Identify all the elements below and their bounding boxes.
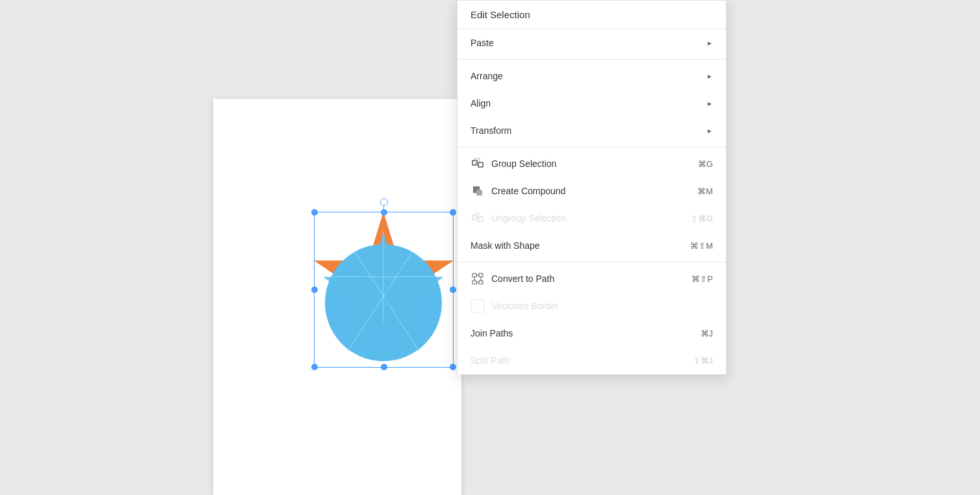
align-label: Align (471, 98, 706, 108)
rotation-handle[interactable] (380, 198, 388, 206)
handle-bottom-center[interactable] (381, 364, 387, 370)
join-paths-shortcut: ⌘J (701, 329, 714, 338)
menu-item-create-compound[interactable]: Create Compound ⌘M (458, 177, 726, 205)
edit-selection-label: Edit Selection (471, 9, 530, 20)
menu-item-transform[interactable]: Transform ► (458, 117, 726, 144)
canvas-page (213, 99, 461, 495)
menu-item-align[interactable]: Align ► (458, 90, 726, 117)
paste-label: Paste (471, 38, 706, 48)
svg-rect-16 (479, 273, 483, 277)
handle-top-center[interactable] (381, 209, 387, 216)
selection-box (314, 212, 454, 368)
compound-icon (471, 184, 485, 198)
svg-rect-17 (472, 281, 476, 284)
paste-arrow: ► (706, 40, 713, 47)
menu-item-split-path: Split Path ⇧⌘J (458, 347, 726, 374)
join-paths-label: Join Paths (471, 328, 701, 338)
handle-top-right[interactable] (450, 209, 456, 216)
divider-2 (458, 147, 726, 147)
mask-with-shape-label: Mask with Shape (471, 240, 690, 251)
svg-rect-19 (471, 299, 484, 312)
transform-label: Transform (471, 125, 706, 136)
menu-item-mask-with-shape[interactable]: Mask with Shape ⌘⇧M (458, 232, 726, 259)
group-selection-shortcut: ⌘G (698, 159, 713, 169)
menu-item-join-paths[interactable]: Join Paths ⌘J (458, 320, 726, 347)
divider-1 (458, 59, 726, 60)
create-compound-shortcut: ⌘M (697, 186, 713, 196)
svg-rect-11 (476, 190, 482, 196)
convert-icon (471, 272, 485, 286)
star-container[interactable] (314, 183, 463, 352)
ungroup-icon (471, 211, 485, 225)
menu-item-convert-to-path[interactable]: Convert to Path ⌘⇧P (458, 265, 726, 292)
convert-to-path-shortcut: ⌘⇧P (691, 274, 713, 284)
group-selection-label: Group Selection (491, 159, 698, 169)
handle-top-left[interactable] (311, 209, 318, 216)
handle-bottom-left[interactable] (311, 364, 318, 370)
handle-bottom-right[interactable] (450, 364, 456, 370)
menu-item-ungroup-selection: Ungroup Selection ⇧⌘G (458, 205, 726, 232)
context-menu: Edit Selection Paste ► Arrange ► Align ►… (457, 0, 727, 375)
ungroup-selection-shortcut: ⇧⌘G (691, 214, 713, 223)
svg-rect-18 (479, 281, 483, 284)
create-compound-label: Create Compound (491, 186, 697, 196)
svg-rect-15 (472, 273, 476, 277)
vectorize-icon (471, 299, 485, 313)
menu-item-vectorize-border: Vectorize Border (458, 292, 726, 320)
handle-middle-left[interactable] (311, 286, 318, 293)
ungroup-selection-label: Ungroup Selection (491, 213, 691, 223)
menu-item-paste[interactable]: Paste ► (458, 29, 726, 57)
menu-item-arrange[interactable]: Arrange ► (458, 62, 726, 90)
arrange-arrow: ► (706, 73, 713, 80)
split-path-shortcut: ⇧⌘J (693, 356, 714, 366)
vectorize-border-label: Vectorize Border (491, 301, 713, 311)
menu-header[interactable]: Edit Selection (458, 1, 726, 29)
divider-3 (458, 262, 726, 262)
convert-to-path-label: Convert to Path (491, 273, 691, 284)
group-icon (471, 157, 485, 171)
transform-arrow: ► (706, 127, 713, 134)
mask-with-shape-shortcut: ⌘⇧M (690, 241, 713, 251)
arrange-label: Arrange (471, 71, 706, 81)
canvas-area (0, 0, 461, 495)
align-arrow: ► (706, 100, 713, 107)
menu-item-group-selection[interactable]: Group Selection ⌘G (458, 150, 726, 177)
right-background (727, 0, 980, 495)
split-path-label: Split Path (471, 355, 693, 366)
handle-middle-right[interactable] (450, 286, 456, 293)
